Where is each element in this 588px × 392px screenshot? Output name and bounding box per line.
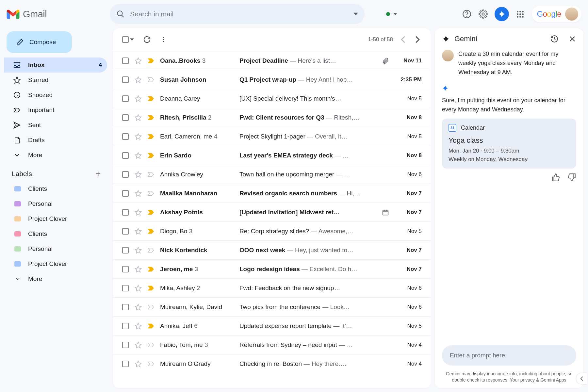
star-button[interactable] [135, 285, 142, 292]
star-button[interactable] [135, 133, 142, 140]
importance-marker[interactable] [148, 286, 154, 291]
importance-marker[interactable] [148, 210, 154, 215]
mail-row[interactable]: Mika, Ashley 2 Fwd: Feedback on the new … [113, 278, 431, 297]
row-checkbox[interactable] [122, 323, 129, 329]
mail-row[interactable]: Diogo, Bo 3 Re: Corp strategy slides? — … [113, 221, 431, 240]
refresh-button[interactable] [143, 36, 151, 43]
mail-row[interactable]: Nick Kortendick OOO next week — Hey, jus… [113, 240, 431, 259]
row-checkbox[interactable] [122, 95, 129, 102]
mail-row[interactable]: Annika, Jeff 6 Updated expense report te… [113, 316, 431, 335]
mail-row[interactable]: Ritesh, Priscilla 2 Fwd: Client resource… [113, 108, 431, 127]
importance-marker[interactable] [148, 115, 154, 120]
star-button[interactable] [135, 322, 142, 330]
importance-marker[interactable] [148, 77, 154, 82]
account-switcher[interactable]: Google [532, 6, 581, 23]
star-button[interactable] [135, 171, 142, 178]
sidebar-item-sent[interactable]: Sent [4, 118, 107, 133]
importance-marker[interactable] [148, 342, 154, 348]
older-button[interactable] [413, 34, 422, 45]
row-checkbox[interactable] [122, 342, 129, 348]
row-checkbox[interactable] [122, 304, 129, 310]
newer-button[interactable] [399, 34, 407, 45]
importance-marker[interactable] [148, 361, 154, 367]
importance-marker[interactable] [148, 134, 154, 139]
row-checkbox[interactable] [122, 133, 129, 140]
thumbs-up-button[interactable] [551, 173, 560, 182]
sidebar-item-snoozed[interactable]: Snoozed [4, 88, 107, 103]
status-indicator[interactable] [386, 12, 397, 16]
star-button[interactable] [135, 341, 142, 349]
search-bar[interactable] [110, 4, 365, 24]
label-item[interactable]: Personal [4, 241, 107, 256]
mail-row[interactable]: Annika Crowley Town hall on the upcoming… [113, 165, 431, 184]
support-button[interactable] [462, 9, 472, 19]
calendar-card[interactable]: 31 Calendar Yoga class Mon, Jan 20 · 9:0… [442, 119, 576, 169]
star-button[interactable] [135, 266, 142, 273]
compose-button[interactable]: Compose [7, 31, 72, 53]
importance-marker[interactable] [148, 191, 154, 196]
importance-marker[interactable] [148, 248, 154, 253]
label-item[interactable]: Project Clover [4, 256, 107, 271]
more-button[interactable] [160, 36, 167, 43]
mail-row[interactable]: Oana..Brooks 3 Project Deadline — Here's… [113, 51, 431, 70]
mail-row[interactable]: Deanna Carey [UX] Special delivery! This… [113, 89, 431, 108]
importance-marker[interactable] [148, 172, 154, 177]
star-button[interactable] [135, 114, 142, 121]
row-checkbox[interactable] [122, 171, 129, 178]
gemini-close-button[interactable] [568, 35, 576, 43]
row-checkbox[interactable] [122, 209, 129, 216]
mail-row[interactable]: Muireann O'Grady Checking in re: Boston … [113, 354, 431, 373]
label-item[interactable]: Project Clover [4, 211, 107, 226]
sidebar-item-more[interactable]: More [4, 148, 107, 163]
star-button[interactable] [135, 247, 142, 254]
importance-marker[interactable] [148, 96, 154, 101]
mail-row[interactable]: Erin Sardo Last year's EMEA strategy dec… [113, 146, 431, 165]
importance-marker[interactable] [148, 229, 154, 234]
star-button[interactable] [135, 152, 142, 159]
importance-marker[interactable] [148, 304, 154, 310]
sidebar-item-important[interactable]: Important [4, 103, 107, 118]
label-item[interactable]: Clients [4, 226, 107, 241]
star-button[interactable] [135, 360, 142, 368]
star-button[interactable] [135, 76, 142, 83]
sidebar-item-inbox[interactable]: Inbox4 [4, 57, 107, 73]
importance-marker[interactable] [148, 267, 154, 272]
privacy-link[interactable]: Your privacy & Gemini Apps [510, 377, 566, 383]
label-item[interactable]: Personal [4, 196, 107, 211]
sidebar-item-starred[interactable]: Starred [4, 73, 107, 88]
thumbs-down-button[interactable] [568, 173, 576, 182]
side-panel-toggle[interactable] [576, 373, 587, 384]
row-checkbox[interactable] [122, 114, 129, 121]
importance-marker[interactable] [148, 153, 154, 158]
row-checkbox[interactable] [122, 285, 129, 291]
star-button[interactable] [135, 95, 142, 102]
google-apps-button[interactable] [515, 9, 525, 19]
user-avatar[interactable] [565, 8, 578, 21]
star-button[interactable] [135, 303, 142, 311]
add-label-button[interactable]: + [96, 169, 101, 179]
gmail-logo-block[interactable]: Gmail [7, 9, 105, 20]
gemini-prompt-input[interactable]: Enter a prompt here [442, 345, 576, 366]
row-checkbox[interactable] [122, 57, 129, 64]
row-checkbox[interactable] [122, 228, 129, 235]
labels-more[interactable]: More [4, 271, 107, 286]
row-checkbox[interactable] [122, 152, 129, 159]
mail-row[interactable]: Fabio, Tom, me 3 Referrals from Sydney –… [113, 335, 431, 354]
mail-row[interactable]: Maalika Manoharan Revised organic search… [113, 184, 431, 203]
importance-marker[interactable] [148, 58, 154, 63]
star-button[interactable] [135, 209, 142, 216]
star-button[interactable] [135, 190, 142, 197]
row-checkbox[interactable] [122, 247, 129, 253]
gemini-history-button[interactable] [550, 35, 559, 43]
search-input[interactable] [130, 10, 348, 18]
search-options-caret-icon[interactable] [353, 12, 358, 16]
mail-row[interactable]: Muireann, Kylie, David Two pics from the… [113, 297, 431, 316]
mail-row[interactable]: Susan Johnson Q1 Project wrap-up — Hey A… [113, 70, 431, 89]
star-button[interactable] [135, 228, 142, 235]
sidebar-item-drafts[interactable]: Drafts [4, 133, 107, 148]
mail-row[interactable]: Jeroen, me 3 Logo redesign ideas — Excel… [113, 259, 431, 278]
mail-row[interactable]: Earl, Cameron, me 4 Project Skylight 1-p… [113, 127, 431, 146]
settings-button[interactable] [478, 9, 488, 19]
row-checkbox[interactable] [122, 361, 129, 367]
row-checkbox[interactable] [122, 266, 129, 272]
